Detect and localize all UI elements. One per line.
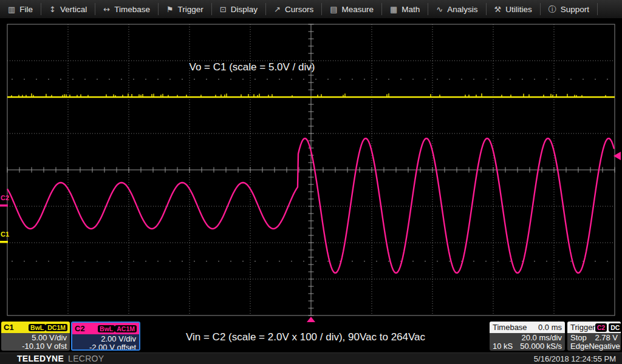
badge-dc: DC bbox=[609, 323, 621, 332]
c1-label: C1 bbox=[4, 323, 14, 332]
c2-label: C2 bbox=[75, 325, 85, 333]
timebase-rate: 50.000 kS/s bbox=[520, 342, 562, 351]
c2-badges: BwLAC1M bbox=[98, 325, 137, 333]
badge-ac1m: AC1M bbox=[115, 325, 137, 332]
timebase-delay: 0.0 ms bbox=[538, 323, 562, 332]
c2-settings: 2.00 V/div -2.00 V offset bbox=[72, 334, 139, 351]
datetime-display: 5/16/2018 12:24:55 PM bbox=[534, 354, 616, 363]
badge-dc1m: DC1M bbox=[46, 324, 67, 331]
badge-c2: C2 bbox=[595, 323, 607, 332]
c1-trace-noise bbox=[12, 93, 606, 96]
oscilloscope-app: ▥ File ↕ Vertical ↔ Timebase ⚑ Trigger ⊡… bbox=[0, 0, 622, 364]
timebase-descriptor[interactable]: Timebase 0.0 ms 20.0 ms/div 10 kS 50.000… bbox=[490, 322, 565, 351]
annotation-vin: Vin = C2 (scale = 2.0V x 100 / div), 90V… bbox=[186, 331, 425, 343]
trigger-type: Edge bbox=[570, 342, 589, 351]
trigger-badges: C2DC bbox=[595, 323, 621, 332]
teledyne-lecroy-logo: TELEDYNELECROY bbox=[17, 354, 104, 363]
oscilloscope-grid bbox=[0, 0, 622, 364]
c1-scale: 5.00 V/div bbox=[4, 334, 67, 342]
annotation-vo: Vo = C1 (scale = 5.0V / div) bbox=[190, 61, 315, 73]
timebase-title: Timebase bbox=[493, 323, 527, 332]
c1-header: C1 BwLDC1M bbox=[1, 322, 70, 333]
c2-header: C2 BwLAC1M bbox=[72, 323, 139, 334]
timebase-settings: 20.0 ms/div 10 kS 50.000 kS/s bbox=[490, 333, 565, 351]
c1-zero-marker[interactable] bbox=[0, 241, 8, 243]
c1-offset: -10.10 V ofst bbox=[4, 342, 67, 351]
c2-offset: -2.00 V offset bbox=[75, 343, 136, 351]
c1-settings: 5.00 V/div -10.10 V ofst bbox=[1, 333, 70, 351]
trigger-settings: Stop 2.78 V Edge Negative bbox=[567, 333, 621, 351]
timebase-samples: 10 kS bbox=[493, 342, 513, 351]
channel-c1-descriptor[interactable]: C1 BwLDC1M 5.00 V/div -10.10 V ofst bbox=[1, 322, 70, 351]
timebase-scale: 20.0 ms/div bbox=[522, 334, 562, 342]
c2-zero-marker[interactable] bbox=[0, 204, 8, 207]
c1-badges: BwLDC1M bbox=[29, 323, 67, 332]
c1-zero-marker-label[interactable]: C1 bbox=[1, 231, 9, 238]
trigger-time-marker[interactable] bbox=[307, 317, 315, 322]
c2-zero-marker-label[interactable]: C2 bbox=[1, 195, 9, 201]
badge-bwl: BwL bbox=[98, 325, 115, 332]
trigger-descriptor[interactable]: Trigger C2DC Stop 2.78 V Edge Negative bbox=[567, 322, 621, 351]
channel-c2-descriptor[interactable]: C2 BwLAC1M 2.00 V/div -2.00 V offset bbox=[71, 322, 140, 351]
trigger-slope: Negative bbox=[589, 342, 620, 351]
trigger-title: Trigger bbox=[570, 323, 595, 332]
status-bar: TELEDYNELECROY 5/16/2018 12:24:55 PM bbox=[0, 352, 622, 364]
badge-bwl: BwL bbox=[29, 324, 46, 331]
trigger-level: 2.78 V bbox=[595, 334, 618, 342]
timebase-header: Timebase 0.0 ms bbox=[490, 322, 565, 333]
trigger-header: Trigger C2DC bbox=[567, 322, 621, 333]
trigger-mode: Stop bbox=[570, 334, 587, 342]
c2-scale: 2.00 V/div bbox=[75, 335, 136, 343]
